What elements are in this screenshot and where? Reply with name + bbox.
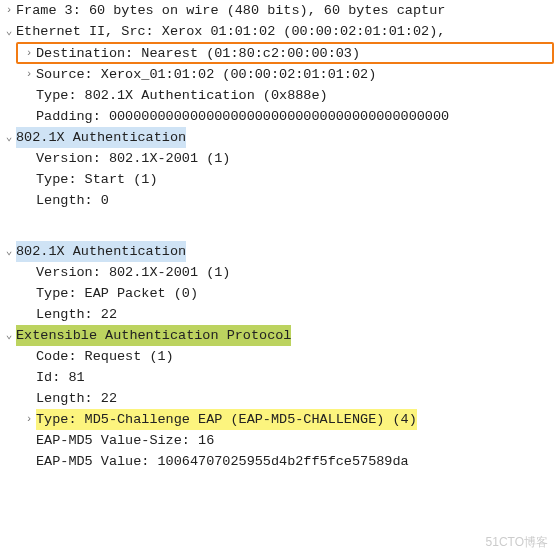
eap-length-text: Length: 22 xyxy=(36,388,117,409)
ethernet-text: Ethernet II, Src: Xerox 01:01:02 (00:00:… xyxy=(16,21,445,42)
eap-code-text: Code: Request (1) xyxy=(36,346,174,367)
chevron-right-icon[interactable]: › xyxy=(22,43,36,64)
padding-text: Padding: 0000000000000000000000000000000… xyxy=(36,106,449,127)
auth1-version-text: Version: 802.1X-2001 (1) xyxy=(36,148,230,169)
eth-type-row[interactable]: · Type: 802.1X Authentication (0x888e) xyxy=(0,85,554,106)
auth2-length-row[interactable]: · Length: 22 xyxy=(0,304,554,325)
auth1-type-row[interactable]: · Type: Start (1) xyxy=(0,169,554,190)
auth1-row[interactable]: ⌄ 802.1X Authentication xyxy=(0,127,554,148)
destination-text: Destination: Nearest (01:80:c2:00:00:03) xyxy=(36,43,360,64)
auth1-length-row[interactable]: · Length: 0 xyxy=(0,190,554,211)
auth2-type-text: Type: EAP Packet (0) xyxy=(36,283,198,304)
auth2-version-text: Version: 802.1X-2001 (1) xyxy=(36,262,230,283)
chevron-down-icon[interactable]: ⌄ xyxy=(2,127,16,148)
ethernet-row[interactable]: ⌄ Ethernet II, Src: Xerox 01:01:02 (00:0… xyxy=(0,21,554,42)
eap-md5-value-row[interactable]: · EAP-MD5 Value: 10064707025955d4b2ff5fc… xyxy=(0,451,554,472)
auth2-length-text: Length: 22 xyxy=(36,304,117,325)
eap-text: Extensible Authentication Protocol xyxy=(16,325,291,346)
frame-summary-text: Frame 3: 60 bytes on wire (480 bits), 60… xyxy=(16,0,445,21)
eap-length-row[interactable]: · Length: 22 xyxy=(0,388,554,409)
separator-gap xyxy=(0,211,554,241)
eap-md5-size-row[interactable]: · EAP-MD5 Value-Size: 16 xyxy=(0,430,554,451)
auth2-version-row[interactable]: · Version: 802.1X-2001 (1) xyxy=(0,262,554,283)
auth1-version-row[interactable]: · Version: 802.1X-2001 (1) xyxy=(0,148,554,169)
auth1-type-text: Type: Start (1) xyxy=(36,169,158,190)
eap-md5-size-text: EAP-MD5 Value-Size: 16 xyxy=(36,430,214,451)
watermark-text: 51CTO博客 xyxy=(486,534,548,551)
eap-type-row[interactable]: › Type: MD5-Challenge EAP (EAP-MD5-CHALL… xyxy=(0,409,554,430)
auth2-text: 802.1X Authentication xyxy=(16,241,186,262)
auth2-row[interactable]: ⌄ 802.1X Authentication xyxy=(0,241,554,262)
chevron-down-icon[interactable]: ⌄ xyxy=(2,241,16,262)
auth1-text: 802.1X Authentication xyxy=(16,127,186,148)
eap-md5-value-text: EAP-MD5 Value: 10064707025955d4b2ff5fce5… xyxy=(36,451,409,472)
chevron-down-icon[interactable]: ⌄ xyxy=(2,325,16,346)
chevron-right-icon[interactable]: › xyxy=(2,0,16,21)
auth1-length-text: Length: 0 xyxy=(36,190,109,211)
frame-summary-row[interactable]: › Frame 3: 60 bytes on wire (480 bits), … xyxy=(0,0,554,21)
chevron-right-icon[interactable]: › xyxy=(22,64,36,85)
eth-type-text: Type: 802.1X Authentication (0x888e) xyxy=(36,85,328,106)
source-row[interactable]: › Source: Xerox_01:01:02 (00:00:02:01:01… xyxy=(0,64,554,85)
eap-type-text: Type: MD5-Challenge EAP (EAP-MD5-CHALLEN… xyxy=(36,409,417,430)
eap-row[interactable]: ⌄ Extensible Authentication Protocol xyxy=(0,325,554,346)
eap-id-row[interactable]: · Id: 81 xyxy=(0,367,554,388)
padding-row[interactable]: · Padding: 00000000000000000000000000000… xyxy=(0,106,554,127)
chevron-down-icon[interactable]: ⌄ xyxy=(2,21,16,42)
auth2-type-row[interactable]: · Type: EAP Packet (0) xyxy=(0,283,554,304)
chevron-right-icon[interactable]: › xyxy=(22,409,36,430)
eap-code-row[interactable]: · Code: Request (1) xyxy=(0,346,554,367)
destination-row[interactable]: › Destination: Nearest (01:80:c2:00:00:0… xyxy=(16,42,554,64)
eap-id-text: Id: 81 xyxy=(36,367,85,388)
source-text: Source: Xerox_01:01:02 (00:00:02:01:01:0… xyxy=(36,64,376,85)
